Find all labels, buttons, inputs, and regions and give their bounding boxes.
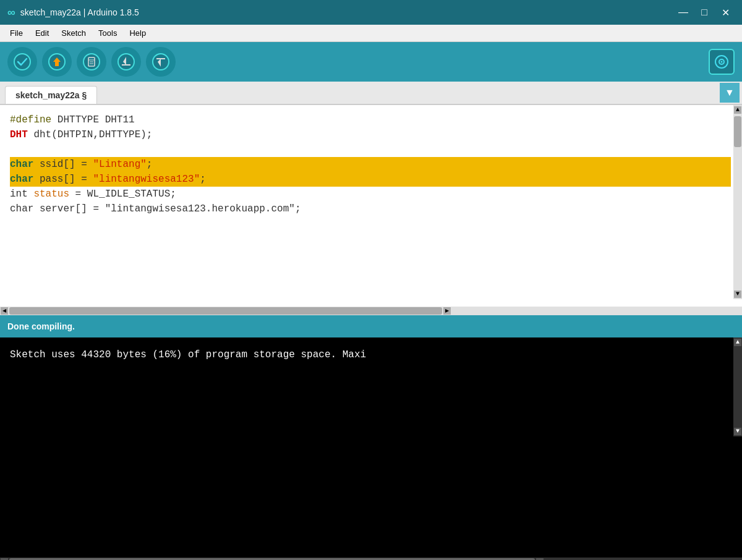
toolbar-left (7, 47, 176, 77)
code-line-6: int status = WL_IDLE_STATUS; (10, 187, 731, 202)
window-title: sketch_may22a | Arduino 1.8.5 (20, 7, 139, 17)
minimize-button[interactable]: — (674, 3, 693, 22)
console-scrollbar-v[interactable]: ▲ ▼ (733, 337, 742, 436)
close-button[interactable]: ✕ (716, 3, 735, 22)
title-bar-controls: — □ ✕ (674, 3, 735, 22)
open-icon (117, 53, 135, 70)
save-icon (152, 53, 169, 70)
upload-button[interactable] (42, 47, 72, 77)
title-bar: ∞ sketch_may22a | Arduino 1.8.5 — □ ✕ (0, 0, 742, 25)
serial-icon (714, 54, 729, 69)
output-header: Done compiling. (0, 315, 742, 337)
upload-icon (48, 53, 66, 70)
serial-monitor-button[interactable] (709, 49, 735, 75)
verify-icon (14, 53, 31, 70)
toolbar (0, 42, 742, 82)
scrollbar-down-arrow[interactable]: ▼ (734, 291, 741, 298)
open-button[interactable] (111, 47, 141, 77)
app-logo: ∞ (7, 6, 15, 19)
editor-scrollbar-v[interactable]: ▲ ▼ (733, 105, 742, 299)
console-scroll-up[interactable]: ▲ (734, 339, 741, 346)
menu-bar: File Edit Sketch Tools Help (0, 25, 742, 42)
verify-button[interactable] (7, 47, 37, 77)
tab-area: sketch_may22a § ▼ (0, 82, 742, 105)
code-editor[interactable]: #define DHTTYPE DHT11 DHT dht(DHTPIN,DHT… (0, 105, 742, 307)
code-line-2: DHT dht(DHTPIN,DHTTYPE); (10, 127, 731, 142)
main-layout: #define DHTTYPE DHT11 DHT dht(DHTPIN,DHT… (0, 105, 742, 560)
new-button[interactable] (77, 47, 106, 77)
code-line-3 (10, 142, 731, 157)
new-icon (83, 53, 100, 70)
editor-container: #define DHTTYPE DHT11 DHT dht(DHTPIN,DHT… (0, 105, 742, 315)
console-output[interactable]: Sketch uses 44320 bytes (16%) of program… (0, 337, 742, 558)
save-button[interactable] (146, 47, 176, 77)
console-container: Sketch uses 44320 bytes (16%) of program… (0, 337, 742, 560)
hscroll-thumb[interactable] (9, 307, 442, 315)
console-scrollbar-h[interactable]: ◀ ▶ (0, 558, 742, 560)
menu-edit[interactable]: Edit (30, 27, 54, 39)
menu-help[interactable]: Help (124, 27, 151, 39)
code-line-7: char server[] = "lintangwisesa123.heroku… (10, 202, 731, 216)
svg-point-18 (721, 61, 723, 63)
maximize-button[interactable]: □ (695, 3, 714, 22)
code-line-4: char ssid[] = "Lintang"; (10, 157, 731, 172)
scrollbar-up-arrow[interactable]: ▲ (734, 106, 741, 114)
console-text: Sketch uses 44320 bytes (16%) of program… (10, 349, 366, 360)
menu-tools[interactable]: Tools (93, 27, 122, 39)
hscroll-left-arrow[interactable]: ◀ (1, 307, 8, 315)
console-scroll-down[interactable]: ▼ (734, 428, 741, 435)
menu-file[interactable]: File (5, 27, 28, 39)
code-line-5: char pass[] = "lintangwisesa123"; (10, 172, 731, 187)
hscroll-right-arrow[interactable]: ▶ (443, 307, 451, 315)
editor-scrollbar-h[interactable]: ◀ ▶ (0, 307, 742, 315)
sketch-tab[interactable]: sketch_may22a § (5, 86, 97, 104)
scrollbar-v-thumb[interactable] (734, 116, 741, 147)
menu-sketch[interactable]: Sketch (56, 27, 91, 39)
title-bar-left: ∞ sketch_may22a | Arduino 1.8.5 (7, 6, 139, 19)
compile-status: Done compiling. (7, 321, 75, 331)
svg-point-0 (14, 54, 30, 70)
tab-dropdown-button[interactable]: ▼ (720, 83, 740, 103)
code-line-1: #define DHTTYPE DHT11 (10, 112, 731, 127)
